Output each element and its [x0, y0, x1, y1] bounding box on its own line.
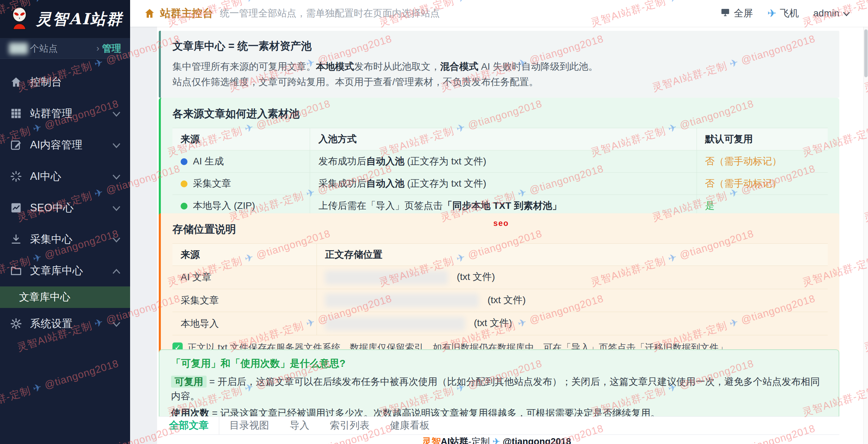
topbar-actions: 全屏 ✈ 飞机 admin — [720, 7, 850, 20]
chart-icon — [10, 201, 23, 214]
download-icon — [10, 233, 23, 246]
col-reusable: 默认可复用 — [697, 128, 828, 150]
intake-card: 各来源文章如何进入素材池 来源 入池方式 默认可复用 AI 生成 发布成功后自动… — [159, 98, 839, 226]
sidebar-item-system-settings[interactable]: 系统设置 — [0, 308, 130, 339]
chevron-down-icon — [112, 139, 121, 151]
tab-all-articles[interactable]: 全部文章 — [159, 417, 219, 434]
chevron-up-icon — [112, 265, 121, 277]
site-count-blur — [9, 43, 28, 54]
grid-icon — [10, 107, 23, 120]
intake-header-row: 来源 入池方式 默认可复用 — [172, 128, 828, 150]
meaning-title: 「可复用」和「使用次数」是什么意思? — [171, 357, 827, 371]
telegram-button[interactable]: ✈ 飞机 — [767, 7, 799, 20]
summary-title: 文章库中心 = 统一素材资产池 — [172, 39, 828, 53]
home-icon — [144, 8, 155, 19]
redacted-path — [325, 317, 465, 331]
article-tabs: 全部文章 目录视图 导入 索引列表 健康看板 — [159, 416, 839, 435]
meaning-line-1: 可复用 = 开启后，这篇文章可以在后续发布任务中被再次使用（比如分配到其他站点发… — [171, 375, 827, 403]
storage-table: 来源 正文存储位置 AI 文章 (txt 文件) 采集文章 (txt 文件) 本… — [172, 243, 828, 335]
ai-source-dot — [181, 158, 187, 165]
plane-icon: ✈ — [767, 7, 776, 20]
tab-directory-view[interactable]: 目录视图 — [219, 417, 279, 434]
sidebar-subitem-article-library[interactable]: 文章库中心 — [0, 286, 130, 308]
home-icon — [10, 76, 23, 89]
manage-sites-link[interactable]: › 管理 — [96, 42, 121, 55]
table-row: 本地导入 (txt 文件) — [172, 312, 828, 335]
edit-icon — [10, 138, 23, 151]
username: admin — [813, 8, 839, 19]
footer-handle: @tiangong2018 — [503, 436, 571, 444]
site-count: 个站点 — [9, 42, 58, 55]
table-row: AI 文章 (txt 文件) — [172, 266, 828, 289]
footer-brand: 灵智AI站群-定制 ✈ @tiangong2018 — [130, 435, 863, 444]
chevron-down-icon — [112, 170, 121, 183]
user-menu[interactable]: admin — [813, 8, 850, 19]
fullscreen-button[interactable]: 全屏 — [720, 7, 753, 20]
sidebar-menu: 控制台 站群管理 AI内容管理 AI中心 SE — [0, 59, 130, 339]
intake-table: 来源 入池方式 默认可复用 AI 生成 发布成功后自动入池 (正文存为 txt … — [172, 128, 828, 217]
scrollbar-thumb[interactable] — [864, 29, 868, 77]
site-selector-bar: 个站点 › 管理 — [0, 38, 130, 59]
reusable-value: 否（需手动标记） — [697, 150, 828, 173]
logo: 灵智AI站群 — [0, 0, 130, 38]
chevron-down-icon — [112, 318, 121, 330]
chevron-down-icon — [843, 8, 850, 19]
page-subtitle: 统一管理全部站点，需单独配置时在页面内选择站点 — [220, 7, 440, 20]
local-source-dot — [181, 203, 187, 210]
seo-mark: seo — [493, 219, 509, 228]
col-source: 来源 — [172, 244, 317, 266]
chevron-right-icon: › — [96, 43, 99, 54]
chevron-down-icon — [112, 202, 121, 214]
summary-line-2: 站点仅作筛选维度，文章可跨站复用。本页用于查看/管理素材，不负责发布任务配置。 — [172, 74, 828, 90]
storage-card: seo 存储位置说明 来源 正文存储位置 AI 文章 (txt 文件) 采集文章… — [159, 213, 839, 363]
table-row: 采集文章 (txt 文件) — [172, 289, 828, 312]
plane-icon: ✈ — [492, 436, 500, 444]
sidebar-item-article-library[interactable]: 文章库中心 — [0, 255, 130, 286]
summary-line-1: 集中管理所有来源的可复用文章。本地模式发布时从此池取文，混合模式 AI 失败时自… — [172, 59, 828, 74]
reusable-value: 否（需手动标记） — [697, 173, 828, 195]
sidebar-item-collect-center[interactable]: 采集中心 — [0, 224, 130, 255]
col-method: 入池方式 — [310, 128, 697, 150]
sidebar-item-site-group[interactable]: 站群管理 — [0, 98, 130, 129]
sidebar: 灵智AI站群 个站点 › 管理 控制台 站群管理 — [0, 0, 130, 444]
summary-card: 文章库中心 = 统一素材资产池 集中管理所有来源的可复用文章。本地模式发布时从此… — [159, 31, 839, 98]
redacted-path — [325, 294, 479, 307]
col-path: 正文存储位置 — [317, 244, 828, 266]
chevron-down-icon — [112, 107, 121, 120]
sidebar-item-dashboard[interactable]: 控制台 — [0, 66, 130, 98]
tab-import[interactable]: 导入 — [279, 417, 320, 434]
main-content: 文章库中心 = 统一素材资产池 集中管理所有来源的可复用文章。本地模式发布时从此… — [130, 27, 868, 444]
intake-title: 各来源文章如何进入素材池 — [172, 107, 828, 121]
app-title: 灵智AI站群 — [36, 9, 123, 29]
storage-header-row: 来源 正文存储位置 — [172, 244, 828, 266]
monitor-icon — [720, 7, 730, 20]
scrollbar — [863, 27, 868, 444]
reusable-term: 可复用 — [171, 376, 207, 388]
sidebar-item-ai-content[interactable]: AI内容管理 — [0, 129, 130, 161]
tab-index-list[interactable]: 索引列表 — [320, 417, 380, 434]
sidebar-item-ai-center[interactable]: AI中心 — [0, 161, 130, 192]
table-row: 采集文章 采集成功后自动入池 (正文存为 txt 文件) 否（需手动标记） — [172, 173, 828, 195]
alien-logo-icon — [9, 6, 30, 32]
table-row: AI 生成 发布成功后自动入池 (正文存为 txt 文件) 否（需手动标记） — [172, 150, 828, 173]
col-source: 来源 — [172, 128, 310, 150]
chevron-down-icon — [112, 233, 121, 245]
page-title: 站群主控台 — [160, 6, 213, 21]
collect-source-dot — [181, 180, 187, 187]
sidebar-item-seo-center[interactable]: SEO中心 — [0, 192, 130, 224]
spark-icon — [10, 170, 23, 183]
redacted-path — [325, 271, 448, 284]
topbar: 站群主控台 统一管理全部站点，需单独配置时在页面内选择站点 全屏 ✈ 飞机 ad… — [130, 0, 868, 27]
gear-icon — [10, 317, 23, 330]
left-gutter — [130, 27, 157, 444]
folder-icon — [10, 264, 23, 277]
tab-health-board[interactable]: 健康看板 — [380, 417, 440, 434]
